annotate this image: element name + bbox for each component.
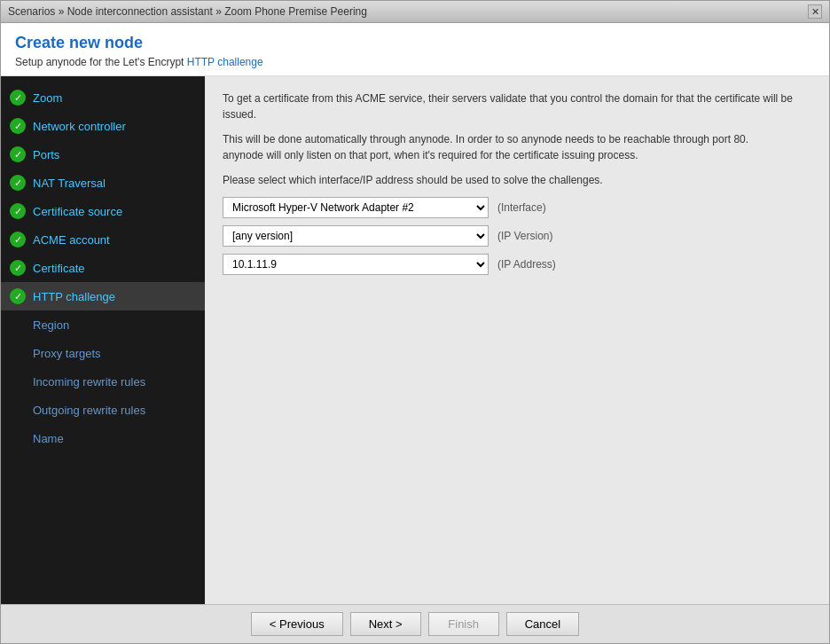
sidebar-label-certificate-source: Certificate source bbox=[33, 205, 122, 218]
content-area: Create new node Setup anynode for the Le… bbox=[1, 23, 829, 604]
main-window: Scenarios » Node interconnection assista… bbox=[0, 0, 830, 644]
ip-address-select[interactable]: 10.1.11.9 bbox=[223, 254, 489, 275]
para3-text: Please select which interface/IP address… bbox=[223, 174, 603, 186]
sidebar-item-outgoing-rewrite-rules[interactable]: Outgoing rewrite rules bbox=[1, 396, 205, 424]
sidebar-item-acme-account[interactable]: ✓ ACME account bbox=[1, 225, 205, 254]
next-button[interactable]: Next > bbox=[350, 612, 421, 636]
interface-select[interactable]: Microsoft Hyper-V Network Adapter #2 bbox=[223, 197, 489, 218]
sidebar-item-http-challenge[interactable]: ✓ HTTP challenge bbox=[1, 282, 205, 310]
sidebar: ✓ Zoom ✓ Network controller ✓ Ports ✓ NA… bbox=[1, 76, 205, 604]
sidebar-label-ports: Ports bbox=[33, 148, 59, 161]
sidebar-label-network-controller: Network controller bbox=[33, 120, 126, 133]
title-bar: Scenarios » Node interconnection assista… bbox=[1, 1, 829, 23]
no-icon-region bbox=[10, 317, 26, 333]
check-icon-nat-traversal: ✓ bbox=[10, 175, 26, 191]
ip-address-label: (IP Address) bbox=[497, 258, 556, 271]
ip-version-label: (IP Version) bbox=[497, 230, 552, 242]
ip-version-select[interactable]: [any version] bbox=[223, 225, 489, 247]
page-title: Create new node bbox=[15, 34, 815, 52]
title-bar-text: Scenarios » Node interconnection assista… bbox=[8, 5, 367, 18]
sidebar-label-proxy-targets: Proxy targets bbox=[33, 347, 101, 360]
check-icon-certificate: ✓ bbox=[10, 260, 26, 276]
sidebar-item-region[interactable]: Region bbox=[1, 310, 205, 339]
sidebar-label-nat-traversal: NAT Traversal bbox=[33, 177, 106, 190]
sidebar-item-proxy-targets[interactable]: Proxy targets bbox=[1, 339, 205, 367]
sidebar-item-certificate-source[interactable]: ✓ Certificate source bbox=[1, 197, 205, 225]
para2-text-start: This will be done automatically through … bbox=[223, 133, 748, 145]
cancel-button[interactable]: Cancel bbox=[506, 612, 579, 636]
sidebar-item-name[interactable]: Name bbox=[1, 424, 205, 452]
para2-text-end: anynode will only listen on that port, w… bbox=[223, 149, 638, 161]
previous-button[interactable]: < Previous bbox=[251, 612, 343, 636]
header-section: Create new node Setup anynode for the Le… bbox=[1, 23, 829, 76]
info-para1: To get a certificate from this ACME serv… bbox=[223, 90, 811, 122]
sidebar-label-certificate: Certificate bbox=[33, 262, 85, 275]
sidebar-item-network-controller[interactable]: ✓ Network controller bbox=[1, 112, 205, 140]
sidebar-item-zoom[interactable]: ✓ Zoom bbox=[1, 83, 205, 112]
no-icon-incoming-rewrite bbox=[10, 373, 26, 389]
sidebar-label-acme-account: ACME account bbox=[33, 233, 110, 247]
subtitle-link[interactable]: HTTP challenge bbox=[187, 56, 263, 68]
check-icon-acme-account: ✓ bbox=[10, 232, 26, 247]
no-icon-outgoing-rewrite bbox=[10, 402, 26, 418]
check-icon-certificate-source: ✓ bbox=[10, 203, 26, 219]
sidebar-label-incoming-rewrite-rules: Incoming rewrite rules bbox=[33, 375, 145, 389]
sidebar-item-ports[interactable]: ✓ Ports bbox=[1, 140, 205, 169]
check-icon-http-challenge: ✓ bbox=[10, 288, 26, 304]
sidebar-item-nat-traversal[interactable]: ✓ NAT Traversal bbox=[1, 169, 205, 197]
sidebar-item-incoming-rewrite-rules[interactable]: Incoming rewrite rules bbox=[1, 367, 205, 396]
sidebar-label-region: Region bbox=[33, 318, 69, 332]
interface-row: Microsoft Hyper-V Network Adapter #2 (In… bbox=[223, 197, 811, 218]
ip-version-row: [any version] (IP Version) bbox=[223, 225, 811, 247]
finish-button[interactable]: Finish bbox=[428, 612, 499, 636]
sidebar-label-outgoing-rewrite-rules: Outgoing rewrite rules bbox=[33, 404, 145, 417]
no-icon-name bbox=[10, 430, 26, 446]
sidebar-label-name: Name bbox=[33, 432, 64, 445]
info-para2: This will be done automatically through … bbox=[223, 131, 811, 163]
sidebar-label-zoom: Zoom bbox=[33, 91, 62, 105]
subtitle-text: Setup anynode for the Let's Encrypt bbox=[15, 56, 184, 68]
page-subtitle: Setup anynode for the Let's Encrypt HTTP… bbox=[15, 56, 815, 68]
ip-address-row: 10.1.11.9 (IP Address) bbox=[223, 254, 811, 275]
close-button[interactable]: ✕ bbox=[808, 4, 822, 19]
check-icon-ports: ✓ bbox=[10, 146, 26, 162]
sidebar-label-http-challenge: HTTP challenge bbox=[33, 290, 115, 303]
no-icon-proxy-targets bbox=[10, 345, 26, 361]
check-icon-zoom: ✓ bbox=[10, 90, 26, 106]
right-panel: To get a certificate from this ACME serv… bbox=[205, 76, 829, 604]
info-para3: Please select which interface/IP address… bbox=[223, 172, 811, 188]
interface-label: (Interface) bbox=[497, 201, 546, 214]
main-body: ✓ Zoom ✓ Network controller ✓ Ports ✓ NA… bbox=[1, 76, 829, 604]
para1-text: To get a certificate from this ACME serv… bbox=[223, 92, 793, 121]
footer: < Previous Next > Finish Cancel bbox=[1, 604, 829, 643]
close-icon: ✕ bbox=[811, 6, 819, 18]
sidebar-item-certificate[interactable]: ✓ Certificate bbox=[1, 254, 205, 282]
check-icon-network-controller: ✓ bbox=[10, 118, 26, 134]
